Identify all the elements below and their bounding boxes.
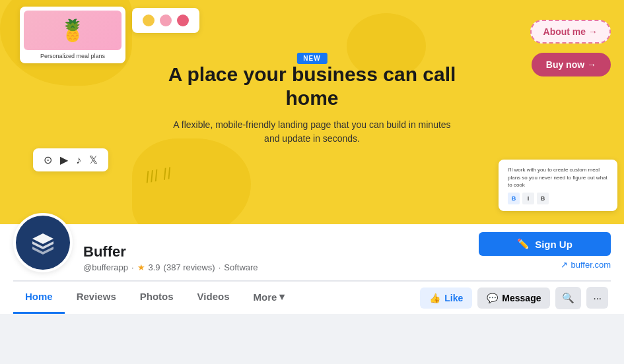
social-card: ⊙ ▶ ♪ 𝕏 — [33, 148, 108, 171]
messenger-icon: 💬 — [487, 293, 498, 303]
profile-meta: @bufferapp · ★ 3.9 (387 reviews) · Softw… — [83, 262, 468, 272]
dot-pink-light — [160, 15, 172, 26]
avatar-inner — [16, 216, 70, 270]
chevron-down-icon: ▾ — [279, 291, 285, 303]
nav-tabs: Home Reviews Photos Videos More ▾ — [13, 282, 296, 314]
tab-photos[interactable]: Photos — [128, 282, 186, 314]
search-icon: 🔍 — [562, 292, 574, 304]
like-button[interactable]: 👍 Like — [420, 288, 472, 309]
website-url: buffer.com — [571, 260, 611, 270]
nav-bar: Home Reviews Photos Videos More ▾ 👍 Like — [13, 281, 611, 314]
dot-yellow — [143, 15, 155, 26]
external-link-icon: ↗ — [561, 260, 568, 270]
hero-headline: A place your business can call home — [167, 63, 458, 110]
pineapple-icon: 🍍 — [59, 18, 86, 43]
signup-pencil-icon: ✏️ — [517, 238, 530, 250]
search-button[interactable]: 🔍 — [555, 287, 581, 309]
profile-actions: ✏️ Sign Up ↗ buffer.com — [479, 232, 611, 272]
toolbar-more[interactable]: B — [537, 193, 549, 204]
twitter-icon: 𝕏 — [89, 154, 98, 166]
buy-now-button[interactable]: Buy now → — [532, 53, 611, 76]
tab-videos[interactable]: Videos — [186, 282, 242, 314]
nav-actions: 👍 Like 💬 Message 🔍 ··· — [420, 287, 611, 309]
hero-subtext: A flexible, mobile-friendly landing page… — [167, 118, 458, 146]
meal-card: 🍍 Personalized meal plans — [20, 7, 125, 63]
editor-toolbar: B I B — [508, 193, 608, 204]
more-options-button[interactable]: ··· — [586, 287, 608, 309]
toolbar-italic[interactable]: I — [522, 193, 534, 204]
profile-handle: @bufferapp — [83, 262, 128, 272]
profile-section: Buffer @bufferapp · ★ 3.9 (387 reviews) … — [0, 224, 624, 314]
signup-button[interactable]: ✏️ Sign Up — [479, 232, 611, 256]
editor-text: I'll work with you to create custom meal… — [508, 166, 608, 189]
ellipsis-icon: ··· — [593, 292, 602, 303]
hero-banner: 🍍 Personalized meal plans ⊙ ▶ ♪ 𝕏 NEW //… — [0, 0, 624, 224]
meal-card-image: 🍍 — [24, 11, 121, 50]
editor-card: I'll work with you to create custom meal… — [499, 160, 617, 211]
signup-label: Sign Up — [535, 239, 572, 250]
avatar — [13, 213, 73, 272]
about-me-button[interactable]: About me → — [530, 20, 611, 44]
youtube-icon: ▶ — [60, 154, 68, 166]
dots-card — [132, 8, 199, 33]
separator-1: · — [131, 262, 134, 272]
tab-more[interactable]: More ▾ — [242, 282, 297, 314]
tab-home[interactable]: Home — [13, 282, 65, 314]
profile-row: Buffer @bufferapp · ★ 3.9 (387 reviews) … — [13, 224, 611, 280]
message-button[interactable]: 💬 Message — [477, 288, 550, 309]
profile-info: Buffer @bufferapp · ★ 3.9 (387 reviews) … — [83, 243, 468, 272]
profile-name: Buffer — [83, 243, 468, 260]
message-label: Message — [502, 293, 541, 303]
profile-rating: 3.9 — [149, 262, 160, 272]
thumbs-up-icon: 👍 — [429, 293, 440, 303]
separator-2: · — [219, 262, 221, 272]
website-link[interactable]: ↗ buffer.com — [561, 260, 611, 270]
star-icon: ★ — [137, 262, 145, 272]
instagram-icon: ⊙ — [44, 154, 52, 166]
like-label: Like — [444, 293, 463, 303]
buffer-logo-svg — [28, 228, 57, 257]
hero-text-block: A place your business can call home A fl… — [167, 63, 458, 146]
tiktok-icon: ♪ — [76, 154, 81, 166]
meal-card-label: Personalized meal plans — [24, 53, 121, 59]
dot-pink — [177, 15, 189, 26]
tab-reviews[interactable]: Reviews — [65, 282, 128, 314]
toolbar-bold[interactable]: B — [508, 193, 520, 204]
profile-reviews: (387 reviews) — [164, 262, 215, 272]
profile-category: Software — [224, 262, 258, 272]
